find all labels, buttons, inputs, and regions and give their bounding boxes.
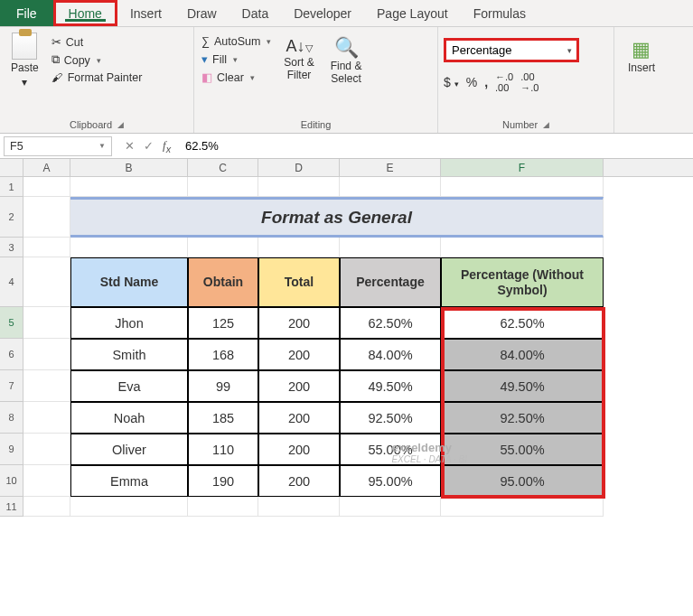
table-header[interactable]: Percentage [340,257,441,307]
cell[interactable] [188,238,258,257]
tab-pagelayout[interactable]: Page Layout [364,0,461,26]
col-header-f[interactable]: F [441,159,604,176]
cell[interactable] [258,497,340,517]
number-format-input[interactable] [448,42,565,59]
row-header[interactable]: 6 [0,339,23,370]
table-header[interactable]: Std Name [70,257,188,307]
cell-name[interactable]: Eva [70,370,188,402]
sort-filter-button[interactable]: A↓▽ Sort & Filter [278,36,319,83]
cell-total[interactable]: 200 [258,402,340,434]
cell[interactable] [70,238,188,257]
tab-file[interactable]: File [0,0,53,26]
confirm-edit-icon[interactable]: ✓ [144,139,154,153]
cell-percentage[interactable]: 95.00% [340,465,441,497]
cell-total[interactable]: 200 [258,307,340,339]
row-header[interactable]: 11 [0,497,23,517]
table-header[interactable]: Obtain [188,257,258,307]
cell[interactable] [23,497,70,517]
cell-obtain[interactable]: 110 [188,434,258,465]
cell-total[interactable]: 200 [258,370,340,402]
name-box[interactable]: F5▼ [4,136,112,156]
cell[interactable] [70,497,188,517]
cell-percentage[interactable]: 84.00% [340,339,441,370]
col-header-d[interactable]: D [258,159,340,176]
row-header[interactable]: 2 [0,197,23,238]
row-header[interactable]: 5 [0,307,23,339]
autosum-button[interactable]: ∑AutoSum▾ [200,34,273,49]
cell[interactable] [23,465,70,497]
col-header-a[interactable]: A [23,159,70,176]
cell-obtain[interactable]: 99 [188,370,258,402]
cell-name[interactable]: Emma [70,465,188,497]
table-header[interactable]: Total [258,257,340,307]
row-header[interactable]: 9 [0,434,23,465]
cut-button[interactable]: ✂Cut [50,34,145,50]
cell-percentage[interactable]: 49.50% [340,370,441,402]
cell[interactable] [23,177,70,197]
cell[interactable] [188,497,258,517]
row-header[interactable]: 8 [0,402,23,434]
tab-draw[interactable]: Draw [174,0,229,26]
cell-total[interactable]: 200 [258,339,340,370]
cell[interactable] [441,497,604,517]
percent-button[interactable]: % [466,75,477,89]
row-header[interactable]: 1 [0,177,23,197]
row-header[interactable]: 4 [0,257,23,307]
currency-button[interactable]: $ ▾ [444,75,459,89]
cell-percentage[interactable]: 92.50% [340,402,441,434]
cell-obtain[interactable]: 190 [188,465,258,497]
cell[interactable] [340,238,441,257]
cell[interactable] [23,434,70,465]
cell[interactable] [70,177,188,197]
tab-formulas[interactable]: Formulas [461,0,538,26]
cell[interactable] [23,339,70,370]
decrease-decimal-button[interactable]: .00→.0 [520,71,538,93]
copy-button[interactable]: ⧉Copy▾ [50,52,145,68]
increase-decimal-button[interactable]: ←.0.00 [495,71,513,93]
cell-name[interactable]: Oliver [70,434,188,465]
cell-percentage[interactable]: 55.00% [340,434,441,465]
fill-button[interactable]: ▾Fill▾ [200,51,273,67]
cell-obtain[interactable]: 185 [188,402,258,434]
tab-data[interactable]: Data [229,0,282,26]
paste-button[interactable]: Paste ▾ [5,31,44,90]
cell[interactable] [258,177,340,197]
tab-insert[interactable]: Insert [117,0,174,26]
cell-obtain[interactable]: 168 [188,339,258,370]
format-painter-button[interactable]: 🖌Format Painter [50,70,145,85]
cell-name[interactable]: Smith [70,339,188,370]
cell[interactable] [340,177,441,197]
cell-percentage[interactable]: 62.50% [340,307,441,339]
cell-percentage-nosymbol[interactable]: 62.50% [441,307,604,339]
cell-total[interactable]: 200 [258,434,340,465]
col-header-c[interactable]: C [188,159,258,176]
table-header[interactable]: Percentage (Without Symbol) [441,257,604,307]
row-header[interactable]: 10 [0,465,23,497]
cell[interactable] [441,238,604,257]
number-format-selector[interactable]: ▾ [444,38,579,62]
col-header-e[interactable]: E [340,159,441,176]
cell[interactable] [188,177,258,197]
cell[interactable] [23,197,70,238]
select-all-corner[interactable] [0,159,23,176]
cell-name[interactable]: Noah [70,402,188,434]
cell-percentage-nosymbol[interactable]: 92.50% [441,402,604,434]
title-cell[interactable]: Format as General [70,197,604,238]
insert-function-icon[interactable]: fx [163,138,171,154]
formula-input[interactable] [180,139,693,153]
insert-cells-button[interactable]: ▦ Insert [623,38,660,76]
cell-percentage-nosymbol[interactable]: 55.00% [441,434,604,465]
cell-name[interactable]: Jhon [70,307,188,339]
cell[interactable] [340,497,441,517]
cell[interactable] [23,238,70,257]
row-header[interactable]: 3 [0,238,23,257]
cell-obtain[interactable]: 125 [188,307,258,339]
cell[interactable] [23,257,70,307]
cell-percentage-nosymbol[interactable]: 84.00% [441,339,604,370]
col-header-b[interactable]: B [70,159,188,176]
cell-percentage-nosymbol[interactable]: 49.50% [441,370,604,402]
cell[interactable] [258,238,340,257]
dialog-launcher-icon[interactable]: ◢ [543,120,549,129]
cell-total[interactable]: 200 [258,465,340,497]
cell[interactable] [23,370,70,402]
